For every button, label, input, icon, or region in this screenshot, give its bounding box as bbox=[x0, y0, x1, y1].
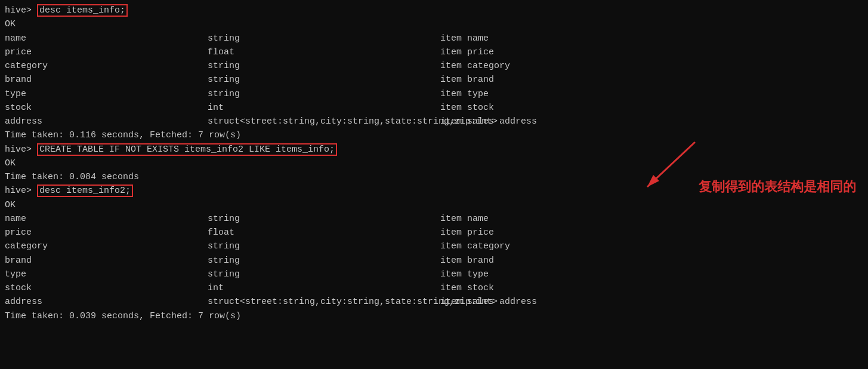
col-field: address bbox=[5, 115, 208, 128]
col-field: price bbox=[5, 226, 208, 239]
terminal-line: addressstruct<street:string,city:string,… bbox=[5, 115, 863, 128]
hive-prompt: hive> bbox=[5, 5, 37, 16]
col-comment: item category bbox=[440, 239, 510, 253]
terminal-line: categorystringitem category bbox=[5, 59, 863, 73]
col-type: int bbox=[208, 101, 440, 115]
terminal-line: hive> CREATE TABLE IF NOT EXISTS items_i… bbox=[5, 143, 863, 156]
terminal-line: stockintitem stock bbox=[5, 281, 863, 295]
col-field: stock bbox=[5, 281, 208, 295]
col-type: string bbox=[208, 267, 440, 281]
col-comment: item brand bbox=[440, 254, 494, 267]
plain-line: Time taken: 0.039 seconds, Fetched: 7 ro… bbox=[5, 309, 863, 323]
col-comment: item type bbox=[440, 267, 489, 281]
col-comment: item name bbox=[440, 212, 489, 226]
col-type: string bbox=[208, 212, 440, 226]
col-type: float bbox=[208, 45, 440, 59]
col-comment: item type bbox=[440, 87, 489, 101]
plain-line: OK bbox=[5, 17, 863, 31]
terminal-line: pricefloatitem price bbox=[5, 45, 863, 59]
col-comment: item price bbox=[440, 45, 494, 59]
col-type: float bbox=[208, 226, 440, 239]
command-text: desc items_info; bbox=[37, 4, 128, 17]
terminal-line: hive> desc items_info; bbox=[5, 4, 863, 17]
col-field: price bbox=[5, 45, 208, 59]
terminal-line: hive> desc items_info2; bbox=[5, 184, 863, 198]
col-type: string bbox=[208, 254, 440, 267]
terminal-line: namestringitem name bbox=[5, 32, 863, 45]
col-field: brand bbox=[5, 73, 208, 87]
col-type: struct<street:string,city:string,state:s… bbox=[208, 295, 440, 309]
terminal-line: typestringitem type bbox=[5, 87, 863, 101]
plain-line: Time taken: 0.116 seconds, Fetched: 7 ro… bbox=[5, 128, 863, 142]
hive-prompt: hive> bbox=[5, 144, 37, 155]
col-field: stock bbox=[5, 101, 208, 115]
hive-prompt: hive> bbox=[5, 186, 37, 196]
col-comment: item name bbox=[440, 32, 489, 45]
col-type: string bbox=[208, 59, 440, 73]
col-comment: item price bbox=[440, 226, 494, 239]
col-type: string bbox=[208, 239, 440, 253]
col-field: category bbox=[5, 59, 208, 73]
command-text: desc items_info2; bbox=[37, 184, 133, 197]
terminal-line: brandstringitem brand bbox=[5, 73, 863, 87]
col-comment: item brand bbox=[440, 73, 494, 87]
col-field: address bbox=[5, 295, 208, 309]
terminal-line: namestringitem name bbox=[5, 212, 863, 226]
terminal-line: pricefloatitem price bbox=[5, 226, 863, 239]
plain-line: Time taken: 0.084 seconds bbox=[5, 170, 863, 184]
col-field: type bbox=[5, 267, 208, 281]
col-comment: item category bbox=[440, 59, 510, 73]
terminal-output: hive> desc items_info;OKnamestringitem n… bbox=[5, 4, 863, 323]
col-type: int bbox=[208, 281, 440, 295]
col-field: type bbox=[5, 87, 208, 101]
plain-line: OK bbox=[5, 198, 863, 212]
col-field: name bbox=[5, 212, 208, 226]
terminal-line: addressstruct<street:string,city:string,… bbox=[5, 295, 863, 309]
terminal-line: stockintitem stock bbox=[5, 101, 863, 115]
col-comment: item sales address bbox=[440, 295, 537, 309]
col-type: string bbox=[208, 73, 440, 87]
col-field: name bbox=[5, 32, 208, 45]
col-field: category bbox=[5, 239, 208, 253]
col-comment: item stock bbox=[440, 101, 494, 115]
col-field: brand bbox=[5, 254, 208, 267]
plain-line: OK bbox=[5, 156, 863, 170]
col-comment: item stock bbox=[440, 281, 494, 295]
terminal-line: categorystringitem category bbox=[5, 239, 863, 253]
col-type: string bbox=[208, 87, 440, 101]
command-text: CREATE TABLE IF NOT EXISTS items_info2 L… bbox=[37, 143, 337, 156]
col-type: struct<street:string,city:string,state:s… bbox=[208, 115, 440, 128]
col-comment: item sales address bbox=[440, 115, 537, 128]
terminal-line: brandstringitem brand bbox=[5, 254, 863, 267]
terminal-line: typestringitem type bbox=[5, 267, 863, 281]
col-type: string bbox=[208, 32, 440, 45]
